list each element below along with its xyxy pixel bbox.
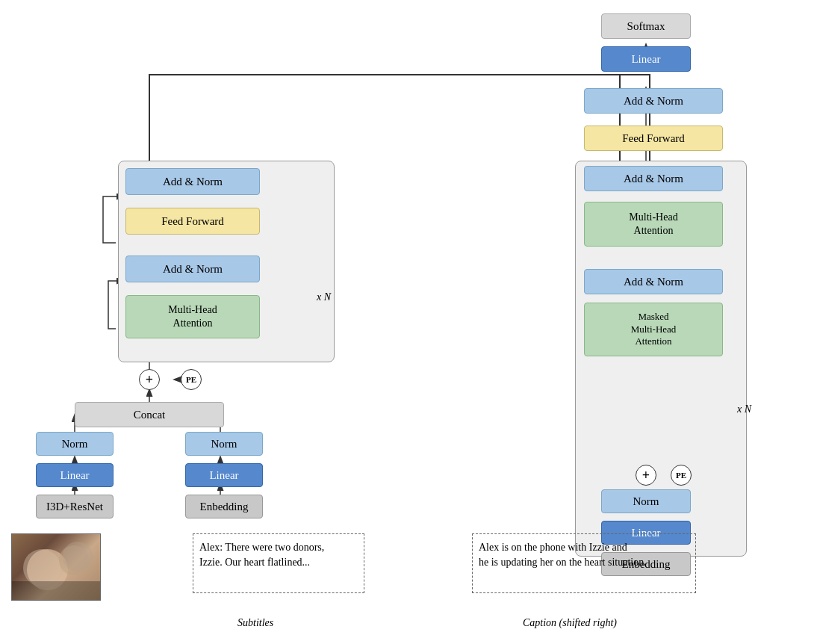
encoder-add-norm-2: Add & Norm (125, 256, 260, 282)
subtitles-box: Alex: There were two donors, Izzie. Our … (193, 533, 364, 593)
decoder-pe: PE (671, 465, 692, 486)
encoder-feed-forward: Feed Forward (125, 208, 260, 235)
video-thumbnail (11, 533, 101, 601)
encoder-xn: x N (317, 291, 331, 303)
caption-label: Caption (shifted right) (523, 617, 617, 629)
encoder-multi-head: Multi-Head Attention (125, 295, 260, 338)
encoder-linear1: Linear (36, 463, 114, 487)
decoder-masked-multi-head: Masked Multi-Head Attention (584, 303, 723, 356)
decoder-feed-forward: Feed Forward (584, 126, 723, 151)
encoder-concat: Concat (75, 402, 224, 427)
decoder-xn: x N (737, 403, 751, 415)
decoder-plus: + (636, 465, 656, 486)
diagram-container: Add & Norm Feed Forward Add & Norm Multi… (0, 0, 817, 644)
subtitles-label: Subtitles (237, 617, 273, 629)
encoder-add-norm-1: Add & Norm (125, 168, 260, 195)
decoder-norm: Norm (601, 489, 691, 513)
caption-box: Alex is on the phone with Izzie and he i… (472, 533, 696, 593)
encoder-plus: + (139, 369, 160, 390)
decoder-add-norm-2: Add & Norm (584, 166, 723, 191)
decoder-multi-head: Multi-Head Attention (584, 202, 723, 247)
encoder-enbedding: Enbedding (185, 495, 263, 518)
decoder-linear-top: Linear (601, 46, 691, 72)
decoder-softmax: Softmax (601, 13, 691, 39)
encoder-pe: PE (181, 369, 202, 390)
decoder-add-norm-3: Add & Norm (584, 269, 723, 294)
encoder-norm2: Norm (185, 432, 263, 456)
encoder-i3d: I3D+ResNet (36, 495, 114, 518)
encoder-linear2: Linear (185, 463, 263, 487)
decoder-add-norm-1: Add & Norm (584, 88, 723, 114)
encoder-norm1: Norm (36, 432, 114, 456)
